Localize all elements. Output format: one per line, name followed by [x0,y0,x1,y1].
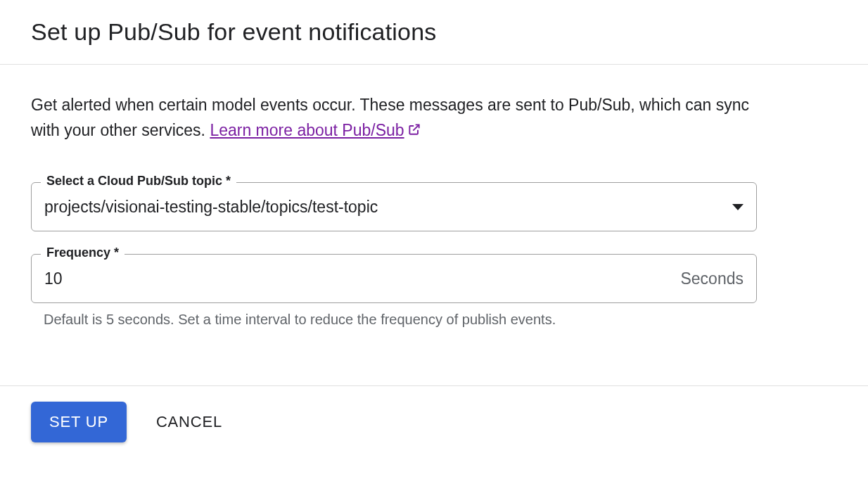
frequency-input[interactable] [44,269,680,288]
intro-text: Get alerted when certain model events oc… [31,93,757,143]
setup-button[interactable]: Set up [31,402,127,442]
dialog-header: Set up Pub/Sub for event notifications [0,0,868,64]
topic-field-label: Select a Cloud Pub/Sub topic * [41,174,236,189]
topic-select-value: projects/visionai-testing-stable/topics/… [44,198,732,217]
frequency-input-box: Seconds [31,254,757,303]
topic-field: Select a Cloud Pub/Sub topic * projects/… [31,182,757,231]
topic-select[interactable]: projects/visionai-testing-stable/topics/… [31,182,757,231]
dialog-footer: Set up Cancel [0,386,868,458]
frequency-suffix: Seconds [680,269,743,288]
frequency-hint: Default is 5 seconds. Set a time interva… [31,312,757,328]
dialog-title: Set up Pub/Sub for event notifications [31,18,837,46]
external-link-icon [407,119,421,144]
frequency-field: Frequency * Seconds Default is 5 seconds… [31,254,757,328]
frequency-field-label: Frequency * [41,245,125,260]
cancel-button[interactable]: Cancel [148,402,231,442]
chevron-down-icon [732,204,743,210]
dialog-content: Get alerted when certain model events oc… [0,65,788,385]
learn-more-link-text: Learn more about Pub/Sub [210,121,404,139]
learn-more-link[interactable]: Learn more about Pub/Sub [210,121,421,139]
